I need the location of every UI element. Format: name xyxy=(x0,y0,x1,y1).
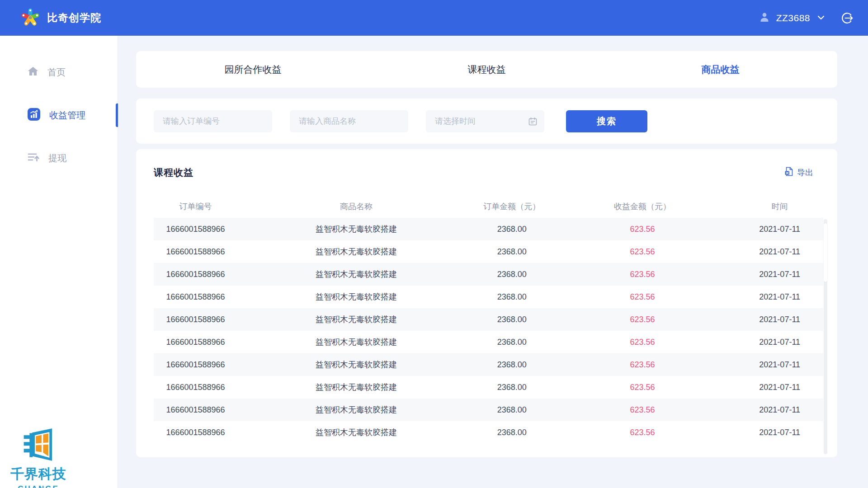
table-row: 1666001588966益智积木无毒软胶搭建2368.00623.562021… xyxy=(154,399,823,421)
table-cell-order_no: 1666001588966 xyxy=(154,428,237,437)
table-cell-order_no: 1666001588966 xyxy=(154,405,237,415)
search-bar: 搜索 xyxy=(136,99,837,144)
brand-star-icon xyxy=(20,6,41,30)
search-button[interactable]: 搜索 xyxy=(566,110,647,132)
revenue-table-card: 课程收益 导出 订单编号 xyxy=(136,149,837,457)
sidebar-item-withdraw[interactable]: 提现 xyxy=(0,142,118,174)
scrollbar-thumb[interactable] xyxy=(824,223,827,282)
table-row: 1666001588966益智积木无毒软胶搭建2368.00623.562021… xyxy=(154,376,823,399)
table-row: 1666001588966益智积木无毒软胶搭建2368.00623.562021… xyxy=(154,218,823,240)
table-cell-income: 623.56 xyxy=(549,428,736,437)
table-row: 1666001588966益智积木无毒软胶搭建2368.00623.562021… xyxy=(154,308,823,331)
table-cell-product: 益智积木无毒软胶搭建 xyxy=(237,246,475,257)
order-number-input[interactable] xyxy=(154,110,272,132)
column-header: 订单金额（元） xyxy=(475,201,549,212)
table-cell-order_no: 1666001588966 xyxy=(154,247,237,257)
table-title: 课程收益 xyxy=(154,166,193,179)
table-cell-product: 益智积木无毒软胶搭建 xyxy=(237,314,475,325)
user-avatar-icon xyxy=(759,12,770,24)
export-link[interactable]: 导出 xyxy=(784,167,813,178)
table-row: 1666001588966益智积木无毒软胶搭建2368.00623.562021… xyxy=(154,286,823,308)
column-header: 收益金额（元） xyxy=(549,201,736,212)
table-header: 订单编号 商品名称 订单金额（元） 收益金额（元） 时间 xyxy=(154,195,823,218)
table-cell-date: 2021-07-11 xyxy=(736,315,823,324)
table-cell-income: 623.56 xyxy=(549,383,736,392)
table-cell-income: 623.56 xyxy=(549,405,736,415)
logout-icon[interactable] xyxy=(839,10,855,26)
column-header: 订单编号 xyxy=(154,201,237,212)
table-cell-amount: 2368.00 xyxy=(475,315,549,324)
table-cell-date: 2021-07-11 xyxy=(736,270,823,279)
table-body: 1666001588966益智积木无毒软胶搭建2368.00623.562021… xyxy=(154,218,823,444)
table-cell-income: 623.56 xyxy=(549,225,736,234)
sidebar-item-label: 提现 xyxy=(48,152,66,164)
table-cell-date: 2021-07-11 xyxy=(736,428,823,437)
qianjie-logo-icon xyxy=(24,455,53,463)
table-cell-amount: 2368.00 xyxy=(475,247,549,257)
table-cell-date: 2021-07-11 xyxy=(736,338,823,347)
table-cell-amount: 2368.00 xyxy=(475,383,549,392)
table-cell-amount: 2368.00 xyxy=(475,338,549,347)
excel-file-icon xyxy=(784,167,794,178)
table-cell-product: 益智积木无毒软胶搭建 xyxy=(237,404,475,415)
table-cell-product: 益智积木无毒软胶搭建 xyxy=(237,337,475,347)
table-cell-date: 2021-07-11 xyxy=(736,383,823,392)
table-cell-order_no: 1666001588966 xyxy=(154,338,237,347)
table-cell-income: 623.56 xyxy=(549,292,736,302)
table-row: 1666001588966益智积木无毒软胶搭建2368.00623.562021… xyxy=(154,263,823,286)
sidebar: 首页 收益管理 xyxy=(0,36,118,488)
table-cell-order_no: 1666001588966 xyxy=(154,315,237,324)
table-cell-income: 623.56 xyxy=(549,315,736,324)
product-name-input[interactable] xyxy=(290,110,408,132)
sidebar-item-revenue[interactable]: 收益管理 xyxy=(0,99,118,131)
table-cell-amount: 2368.00 xyxy=(475,428,549,437)
table-row: 1666001588966益智积木无毒软胶搭建2368.00623.562021… xyxy=(154,240,823,263)
main-content: 园所合作收益 课程收益 商品收益 xyxy=(118,36,868,488)
table-cell-income: 623.56 xyxy=(549,338,736,347)
table-cell-product: 益智积木无毒软胶搭建 xyxy=(237,359,475,370)
sidebar-item-label: 收益管理 xyxy=(49,109,85,122)
tab-course-revenue[interactable]: 课程收益 xyxy=(370,63,604,76)
sidebar-item-home[interactable]: 首页 xyxy=(0,56,118,88)
sidebar-item-label: 首页 xyxy=(47,66,66,79)
table-cell-order_no: 1666001588966 xyxy=(154,270,237,279)
table-cell-income: 623.56 xyxy=(549,247,736,257)
revenue-tabs: 园所合作收益 课程收益 商品收益 xyxy=(136,51,837,88)
table-cell-amount: 2368.00 xyxy=(475,292,549,302)
table-cell-amount: 2368.00 xyxy=(475,225,549,234)
table-row: 1666001588966益智积木无毒软胶搭建2368.00623.562021… xyxy=(154,421,823,444)
table-cell-date: 2021-07-11 xyxy=(736,360,823,370)
table-cell-order_no: 1666001588966 xyxy=(154,383,237,392)
table-cell-income: 623.56 xyxy=(549,270,736,279)
table-cell-product: 益智积木无毒软胶搭建 xyxy=(237,269,475,280)
table-row: 1666001588966益智积木无毒软胶搭建2368.00623.562021… xyxy=(154,331,823,353)
table-cell-product: 益智积木无毒软胶搭建 xyxy=(237,427,475,438)
table-row: 1666001588966益智积木无毒软胶搭建2368.00623.562021… xyxy=(154,353,823,376)
table-cell-income: 623.56 xyxy=(549,360,736,370)
table-cell-date: 2021-07-11 xyxy=(736,247,823,257)
withdraw-icon xyxy=(27,151,40,165)
table-cell-order_no: 1666001588966 xyxy=(154,292,237,302)
sidebar-footer-logo: 千界科技 —CHANGE— xyxy=(5,428,72,488)
column-header: 时间 xyxy=(736,201,823,212)
tab-product-revenue[interactable]: 商品收益 xyxy=(604,63,837,76)
company-name: 千界科技 xyxy=(5,465,72,483)
active-indicator xyxy=(116,103,118,127)
table-cell-amount: 2368.00 xyxy=(475,360,549,370)
scrollbar-track[interactable] xyxy=(824,219,827,454)
home-icon xyxy=(27,66,39,80)
top-navbar: 比奇创学院 ZZ3688 xyxy=(0,0,868,36)
company-subtitle: —CHANGE— xyxy=(5,484,72,488)
table-cell-product: 益智积木无毒软胶搭建 xyxy=(237,291,475,302)
username[interactable]: ZZ3688 xyxy=(776,13,810,23)
table-cell-product: 益智积木无毒软胶搭建 xyxy=(237,224,475,235)
table-cell-amount: 2368.00 xyxy=(475,270,549,279)
date-picker-input[interactable] xyxy=(426,110,544,132)
table-cell-date: 2021-07-11 xyxy=(736,292,823,302)
table-cell-order_no: 1666001588966 xyxy=(154,360,237,370)
table-cell-date: 2021-07-11 xyxy=(736,405,823,415)
tab-garden-revenue[interactable]: 园所合作收益 xyxy=(136,63,370,76)
table-cell-order_no: 1666001588966 xyxy=(154,225,237,234)
chevron-down-icon[interactable] xyxy=(817,14,825,22)
brand-title: 比奇创学院 xyxy=(47,11,101,25)
